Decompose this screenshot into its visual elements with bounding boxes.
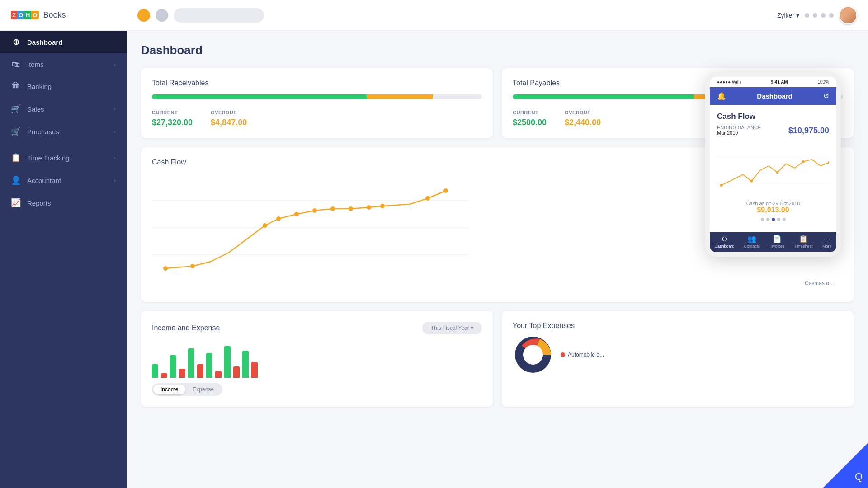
chart-label-bottom: Cash as o... bbox=[805, 280, 834, 286]
mobile-ending-label: ENDING BALANCE Mar 2019 bbox=[717, 125, 761, 136]
mobile-preview: ●●●●● WiFi 9:41 AM 100% 🔔 Dashboard ↺ Ca… bbox=[705, 72, 841, 257]
sidebar-item-reports[interactable]: 📈 Reports bbox=[0, 192, 127, 214]
sidebar-item-purchases[interactable]: 🛒 Purchases › bbox=[0, 120, 127, 143]
page-title: Dashboard bbox=[141, 43, 854, 57]
top-expenses-title: Your Top Expenses bbox=[513, 322, 575, 330]
org-selector[interactable]: Zylker ▾ bbox=[777, 12, 799, 19]
sidebar-item-sales[interactable]: 🛒 Sales › bbox=[0, 98, 127, 120]
toggle-income[interactable]: Income bbox=[153, 385, 185, 394]
bar2 bbox=[161, 373, 167, 378]
legend-automobile: Automobile e... bbox=[561, 352, 604, 358]
chevron-icon-purchases: › bbox=[114, 129, 116, 134]
receivables-title: Total Receivables bbox=[152, 79, 482, 87]
legend-label-automobile: Automobile e... bbox=[568, 352, 604, 358]
svg-point-3 bbox=[163, 266, 168, 271]
dot3 bbox=[821, 13, 826, 18]
top-expenses-card: Your Top Expenses Automobile e... bbox=[502, 311, 854, 407]
svg-point-14 bbox=[443, 188, 448, 193]
bar7 bbox=[206, 353, 212, 378]
receivables-current: CURRENT $27,320.00 bbox=[152, 108, 193, 127]
payables-current-amount: $2500.00 bbox=[513, 118, 547, 127]
mobile-nav-contacts[interactable]: 👥 Contacts bbox=[744, 235, 760, 249]
mobile-nav-more-icon: ⋯ bbox=[823, 235, 830, 243]
payables-green-bar bbox=[513, 94, 694, 99]
traffic-light-gray[interactable] bbox=[156, 9, 168, 22]
mobile-cashflow-title: Cash Flow bbox=[717, 112, 829, 121]
bar5 bbox=[188, 348, 194, 378]
bar9 bbox=[224, 346, 231, 378]
mobile-cash-date: Cash as on 29 Oct 2018 bbox=[717, 201, 829, 206]
dot1 bbox=[761, 218, 764, 221]
mobile-nav-timesheet[interactable]: 📋 Timesheet bbox=[794, 235, 813, 249]
mobile-nav-more[interactable]: ⋯ More bbox=[822, 235, 832, 249]
svg-point-13 bbox=[425, 196, 430, 201]
reports-icon: 📈 bbox=[11, 198, 21, 208]
sidebar-label-dashboard: Dashboard bbox=[27, 38, 62, 46]
income-expense-toggle: Income Expense bbox=[152, 383, 482, 396]
receivables-amounts: CURRENT $27,320.00 OVERDUE $4,847.00 bbox=[152, 108, 482, 127]
svg-point-16 bbox=[523, 345, 543, 365]
logo-area: Z O H O Books bbox=[11, 10, 137, 20]
bar-toggle[interactable]: Income Expense bbox=[152, 383, 222, 396]
sidebar-item-dashboard[interactable]: ⊕ Dashboard bbox=[0, 31, 127, 53]
svg-point-8 bbox=[312, 208, 317, 213]
svg-point-9 bbox=[330, 206, 335, 211]
sidebar: ⊕ Dashboard 🛍 Items › 🏛 Banking 🛒 Sales … bbox=[0, 0, 127, 488]
mobile-header: 🔔 Dashboard ↺ bbox=[710, 87, 836, 105]
clock: 9:41 AM bbox=[771, 80, 788, 84]
toggle-expense[interactable]: Expense bbox=[185, 385, 221, 394]
svg-point-6 bbox=[276, 216, 281, 221]
mobile-nav-dashboard-icon: ⊙ bbox=[722, 235, 727, 243]
sidebar-label-purchases: Purchases bbox=[27, 128, 59, 136]
income-expense-chart bbox=[152, 342, 482, 378]
chevron-icon-accountant: › bbox=[114, 178, 116, 183]
mobile-cash-amount: $9,013.00 bbox=[717, 206, 829, 214]
mobile-header-title: Dashboard bbox=[757, 92, 792, 100]
svg-point-5 bbox=[263, 223, 267, 228]
svg-point-12 bbox=[380, 204, 385, 208]
fiscal-selector[interactable]: This Fiscal Year ▾ bbox=[424, 323, 481, 333]
sidebar-item-timetracking[interactable]: 📋 Time Tracking › bbox=[0, 146, 127, 169]
sidebar-item-banking[interactable]: 🏛 Banking bbox=[0, 75, 127, 98]
svg-point-7 bbox=[294, 212, 299, 216]
mobile-ending-balance: ENDING BALANCE Mar 2019 bbox=[717, 125, 761, 136]
fiscal-toggle[interactable]: This Fiscal Year ▾ bbox=[422, 322, 482, 334]
cashflow-svg bbox=[152, 174, 468, 282]
sidebar-item-accountant[interactable]: 👤 Accountant › bbox=[0, 169, 127, 192]
svg-point-4 bbox=[190, 264, 195, 268]
traffic-light-yellow[interactable] bbox=[137, 9, 150, 22]
chevron-icon-sales: › bbox=[114, 106, 116, 112]
dot2 bbox=[766, 218, 769, 221]
income-expense-header: Income and Expense This Fiscal Year ▾ bbox=[152, 322, 482, 334]
top-bar-right: Zylker ▾ bbox=[777, 6, 857, 24]
signal-icon: ●●●●● WiFi bbox=[717, 80, 741, 84]
mobile-body: Cash Flow ENDING BALANCE Mar 2019 $10,97… bbox=[710, 105, 836, 232]
income-expense-title: Income and Expense bbox=[152, 324, 220, 332]
svg-point-22 bbox=[776, 171, 779, 174]
svg-point-24 bbox=[828, 161, 829, 164]
avatar[interactable] bbox=[839, 6, 857, 24]
sidebar-label-banking: Banking bbox=[27, 83, 52, 90]
search-bar[interactable] bbox=[174, 8, 264, 23]
mobile-chart-svg bbox=[717, 141, 829, 195]
svg-point-23 bbox=[802, 160, 805, 163]
banking-icon: 🏛 bbox=[11, 82, 21, 91]
mobile-nav-dashboard[interactable]: ⊙ Dashboard bbox=[715, 235, 735, 249]
total-receivables-card: Total Receivables CURRENT $27,320.00 OVE… bbox=[141, 68, 493, 138]
mobile-dots bbox=[717, 218, 829, 221]
dot4 bbox=[777, 218, 780, 221]
payables-overdue: OVERDUE $2,440.00 bbox=[565, 108, 601, 127]
top-bar: Z O H O Books Zylker ▾ bbox=[0, 0, 868, 31]
avatar-image bbox=[840, 7, 856, 23]
pie-svg bbox=[513, 334, 553, 375]
bar4 bbox=[179, 369, 185, 378]
chevron-icon-items: › bbox=[114, 62, 116, 67]
mobile-nav: ⊙ Dashboard 👥 Contacts 📄 Invoices 📋 Time… bbox=[710, 232, 836, 252]
mobile-nav-invoices[interactable]: 📄 Invoices bbox=[769, 235, 784, 249]
sidebar-label-items: Items bbox=[27, 61, 44, 68]
svg-point-10 bbox=[349, 206, 353, 211]
sidebar-item-items[interactable]: 🛍 Items › bbox=[0, 53, 127, 75]
top-bar-dots bbox=[805, 13, 834, 18]
chevron-icon-timetracking: › bbox=[114, 155, 116, 160]
sidebar-label-sales: Sales bbox=[27, 105, 44, 113]
